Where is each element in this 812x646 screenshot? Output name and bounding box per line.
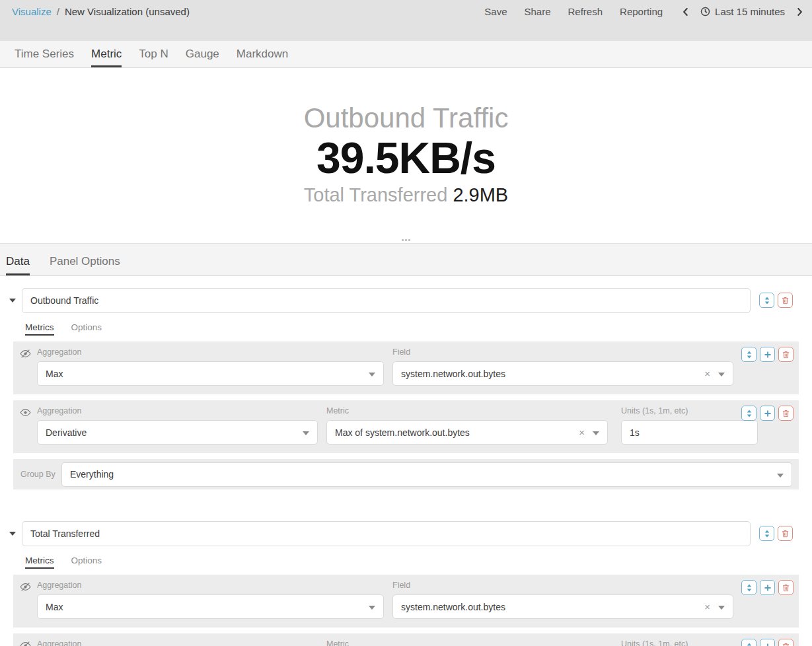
clear-icon[interactable]: ×: [579, 426, 585, 439]
tab-gauge[interactable]: Gauge: [177, 48, 228, 67]
metric-label: Metric: [326, 639, 608, 646]
tab-data[interactable]: Data: [6, 255, 38, 275]
share-button[interactable]: Share: [524, 6, 550, 17]
series-2-row-1-buttons: [741, 580, 794, 595]
reporting-button[interactable]: Reporting: [620, 6, 663, 17]
series-1-name-input[interactable]: [22, 288, 751, 313]
breadcrumb-visualize-link[interactable]: Visualize: [12, 6, 52, 17]
plus-icon: [764, 351, 771, 358]
chevron-down-icon: [777, 474, 784, 478]
time-forward-chevron-icon[interactable]: [797, 7, 803, 17]
series-1-collapse-caret-icon[interactable]: [9, 299, 16, 303]
row-add-button[interactable]: [760, 347, 775, 362]
sort-arrows-icon: [746, 410, 753, 417]
series-1-header: [0, 287, 812, 314]
aggregation-label: Aggregation: [37, 347, 384, 357]
save-button[interactable]: Save: [484, 6, 507, 17]
series-1-group-by-select[interactable]: Everything: [61, 462, 792, 487]
row-delete-button[interactable]: [778, 347, 794, 362]
time-picker-button[interactable]: Last 15 minutes: [700, 6, 785, 17]
aggregation-value: Max: [46, 369, 63, 379]
top-bar: Visualize / New Visualization (unsaved) …: [0, 0, 812, 41]
visualization-type-tabs: Time Series Metric Top N Gauge Markdown: [0, 41, 812, 68]
series-1-reorder-button[interactable]: [759, 293, 774, 308]
row-delete-button[interactable]: [778, 639, 794, 646]
group-by-value: Everything: [70, 469, 114, 480]
row-delete-button[interactable]: [778, 406, 794, 421]
panel-resize-handle[interactable]: [0, 236, 812, 243]
series-1-tab-metrics[interactable]: Metrics: [25, 322, 54, 336]
series-2-delete-button[interactable]: [778, 526, 793, 541]
plus-icon: [764, 410, 771, 417]
series-1-row-1-aggregation-select[interactable]: Max: [37, 361, 384, 386]
sort-arrows-icon: [764, 297, 770, 305]
row-reorder-button[interactable]: [741, 406, 757, 421]
metric-secondary-value: 2.9MB: [453, 184, 508, 205]
series-2-tab-options[interactable]: Options: [71, 556, 102, 569]
row-add-button[interactable]: [760, 406, 775, 421]
chevron-down-icon: [718, 373, 725, 377]
series-2-collapse-caret-icon[interactable]: [9, 532, 16, 536]
chevron-down-icon: [369, 606, 375, 610]
series-1-tab-options[interactable]: Options: [71, 322, 102, 336]
series-1-buttons: [759, 293, 793, 308]
eye-icon[interactable]: [20, 408, 31, 417]
eye-slash-icon[interactable]: [20, 641, 31, 646]
series-2-agg-row-1: Aggregation Max Field system.network.out…: [13, 575, 799, 628]
group-by-label: Group By: [20, 470, 61, 479]
field-label: Field: [392, 347, 733, 357]
sort-arrows-icon: [746, 643, 753, 646]
row-delete-button[interactable]: [778, 580, 794, 595]
tab-top-n[interactable]: Top N: [130, 48, 176, 67]
trash-icon: [782, 351, 790, 359]
row-reorder-button[interactable]: [741, 347, 757, 362]
series-1-row-2-metric-select[interactable]: Max of system.network.out.bytes ×: [326, 420, 608, 445]
top-actions: Save Share Refresh Reporting Last 15 min…: [484, 5, 803, 17]
plus-icon: [764, 643, 771, 646]
series-1-delete-button[interactable]: [778, 293, 793, 308]
row-reorder-button[interactable]: [741, 580, 757, 595]
row-add-button[interactable]: [760, 639, 775, 646]
series-2-agg-row-2: Aggregation Metric Units (1s, 1m, etc): [13, 633, 799, 646]
sort-arrows-icon: [746, 584, 753, 592]
refresh-button[interactable]: Refresh: [568, 6, 603, 17]
field-label: Field: [392, 581, 733, 590]
row-reorder-button[interactable]: [741, 639, 757, 646]
series-1-sub-tabs: Metrics Options: [25, 322, 812, 336]
tab-panel-options[interactable]: Panel Options: [50, 255, 128, 275]
chevron-down-icon: [303, 431, 309, 435]
clear-icon[interactable]: ×: [704, 600, 710, 614]
units-label: Units (1s, 1m, etc): [621, 406, 758, 415]
series-2-name-input[interactable]: [22, 521, 751, 546]
series-1-row-2-units-input[interactable]: [621, 420, 758, 445]
series-1-agg-row-1: Aggregation Max Field system.network.out…: [13, 341, 799, 394]
series-2-tab-metrics[interactable]: Metrics: [25, 556, 54, 569]
series-2-row-1-aggregation-select[interactable]: Max: [37, 594, 384, 619]
chevron-down-icon: [369, 373, 375, 377]
editor-tabs: Data Panel Options: [0, 243, 812, 276]
eye-slash-icon[interactable]: [20, 583, 31, 591]
trash-icon: [782, 530, 789, 538]
aggregation-value: Derivative: [46, 427, 87, 438]
series-1-agg-row-2: Aggregation Derivative Metric Max of sys…: [13, 400, 799, 453]
tab-metric[interactable]: Metric: [83, 48, 130, 67]
series-1-row-2-buttons: [741, 406, 794, 421]
time-back-chevron-icon[interactable]: [683, 7, 688, 17]
metric-value: 39.5KB/s: [316, 133, 496, 184]
tab-time-series[interactable]: Time Series: [6, 48, 83, 67]
aggregation-value: Max: [46, 602, 63, 612]
clear-icon[interactable]: ×: [704, 367, 710, 380]
eye-slash-icon[interactable]: [20, 349, 31, 358]
metric-value-text: Max of system.network.out.bytes: [335, 427, 470, 438]
tab-markdown[interactable]: Markdown: [228, 48, 297, 67]
series-1-row-2-aggregation-select[interactable]: Derivative: [37, 420, 318, 445]
series-2-row-2-buttons: [741, 639, 794, 646]
series-1-row-1-field-select[interactable]: system.network.out.bytes ×: [392, 361, 733, 386]
metric-label: Metric: [326, 406, 608, 415]
series-2-sub-tabs: Metrics Options: [25, 556, 812, 569]
breadcrumb-separator: /: [57, 6, 59, 17]
series-2-reorder-button[interactable]: [759, 526, 774, 541]
series-2-row-1-field-select[interactable]: system.network.out.bytes ×: [392, 594, 733, 619]
row-add-button[interactable]: [760, 580, 775, 595]
breadcrumb-current: New Visualization (unsaved): [65, 6, 190, 17]
